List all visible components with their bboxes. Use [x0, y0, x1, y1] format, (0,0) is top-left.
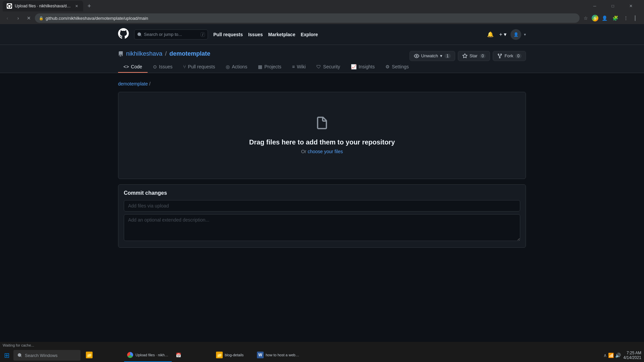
new-tab-button[interactable]: + [85, 1, 94, 11]
folder-icon: 📁 [216, 352, 223, 358]
tray-volume-icon[interactable]: 🔊 [615, 353, 621, 358]
taskbar-apps: 📁 Upload files · nikhil... 📅 📁 blog-deta… [83, 349, 302, 362]
security-icon: 🛡 [316, 64, 321, 69]
insights-icon: 📈 [351, 64, 357, 69]
code-icon: <> [123, 64, 129, 69]
tab-pull-requests[interactable]: ⑂ Pull requests [178, 61, 220, 73]
repo-header: nikhilkeshava / demotemplate Unwatch ▾ 1 [0, 45, 644, 73]
forward-button[interactable]: › [13, 13, 23, 23]
repo-actions: Unwatch ▾ 1 Star 0 Fork 0 [410, 51, 526, 61]
google-account-icon[interactable]: G [592, 15, 598, 21]
issues-icon: ⊙ [153, 64, 157, 69]
upload-subtitle: Or choose your files [301, 149, 343, 154]
tab-insights[interactable]: 📈 Insights [345, 61, 380, 73]
header-right: 🔔 + ▾ 👤 ▾ [486, 29, 526, 40]
marketplace-nav[interactable]: Marketplace [268, 32, 296, 37]
breadcrumb-separator: / [149, 81, 151, 86]
taskbar-file-explorer[interactable]: 📁 [83, 349, 123, 362]
projects-icon: ▦ [258, 64, 262, 69]
chrome-icon [127, 352, 133, 358]
start-button[interactable]: ⊞ [0, 349, 13, 362]
refresh-button[interactable]: ✕ [24, 13, 34, 23]
repo-tabs: <> Code ⊙ Issues ⑂ Pull requests ◎ Actio… [118, 61, 526, 73]
tray-up-icon[interactable]: ∧ [603, 353, 607, 358]
system-tray: ∧ 📶 🔊 7:25 AM 4/14/2021 [603, 351, 644, 360]
github-logo[interactable] [118, 28, 129, 41]
bookmark-button[interactable]: ☆ [581, 13, 590, 23]
browser-minimize-button[interactable]: ─ [587, 1, 602, 11]
breadcrumb-path: demotemplate / [118, 81, 526, 86]
lock-icon: 🔒 [39, 16, 44, 20]
address-bar[interactable]: 🔒 github.com/nikhilkeshava/demotemplate/… [35, 13, 580, 23]
browser-status-bar: Waiting for cache... [0, 342, 644, 349]
tab-title: Upload files · nikhilkeshava/dem... [15, 4, 71, 8]
browser-tab-active[interactable]: Upload files · nikhilkeshava/dem... ✕ [3, 1, 83, 11]
fork-button[interactable]: Fork 0 [493, 51, 526, 61]
browser-maximize-button[interactable]: □ [605, 1, 621, 11]
taskbar-chrome[interactable]: Upload files · nikhil... [124, 349, 172, 362]
clock-time: 7:25 AM [624, 351, 641, 355]
github-header: Search or jump to... / Pull requests Iss… [0, 24, 644, 45]
word-icon: W [257, 352, 264, 358]
create-button[interactable]: + ▾ [498, 30, 508, 39]
file-explorer-icon: 📁 [86, 352, 93, 358]
watch-button[interactable]: Unwatch ▾ 1 [410, 51, 455, 61]
tab-projects[interactable]: ▦ Projects [253, 61, 287, 73]
repo-breadcrumb: nikhilkeshava / demotemplate [118, 50, 210, 57]
issues-nav[interactable]: Issues [248, 32, 263, 37]
tray-network-icon[interactable]: 📶 [608, 353, 614, 358]
windows-search-placeholder: Search Windows [25, 353, 58, 358]
wiki-icon: ≡ [292, 64, 295, 69]
explore-nav[interactable]: Explore [301, 32, 318, 37]
star-button[interactable]: Star 0 [458, 51, 490, 61]
profile-button[interactable]: 👤 [600, 13, 609, 23]
sidebar-button[interactable]: ▏ [632, 13, 641, 23]
pr-icon: ⑂ [183, 64, 186, 69]
search-box[interactable]: Search or jump to... / [134, 29, 208, 40]
watch-count: 1 [444, 54, 451, 58]
tab-settings[interactable]: ⚙ Settings [380, 61, 414, 73]
taskbar-blog-label: blog-details [225, 353, 244, 357]
calendar-icon: 📅 [175, 352, 182, 358]
url-text: github.com/nikhilkeshava/demotemplate/up… [46, 16, 148, 21]
windows-search[interactable]: Search Windows [13, 350, 80, 361]
system-clock[interactable]: 7:25 AM 4/14/2021 [624, 351, 641, 360]
main-content: demotemplate / Drag files here to add th… [0, 73, 644, 256]
taskbar-chrome-label: Upload files · nikhil... [136, 353, 169, 357]
commit-description-input[interactable] [124, 214, 520, 241]
tray-icons: ∧ 📶 🔊 [603, 353, 621, 358]
windows-taskbar: ⊞ Search Windows 📁 Upload files · nikhil… [0, 349, 644, 362]
taskbar-word[interactable]: W how to host a webs... [254, 349, 302, 362]
repo-owner-link[interactable]: nikhilkeshava [126, 50, 162, 57]
star-count: 0 [480, 54, 486, 58]
slash-badge: / [201, 32, 205, 37]
commit-message-input[interactable] [124, 200, 520, 212]
tab-actions[interactable]: ◎ Actions [220, 61, 253, 73]
browser-close-button[interactable]: ✕ [623, 1, 639, 11]
user-avatar[interactable]: 👤 [511, 29, 521, 40]
status-text: Waiting for cache... [3, 343, 34, 347]
back-button[interactable]: ‹ [3, 13, 12, 23]
tab-close-button[interactable]: ✕ [74, 3, 79, 9]
repo-icon [118, 51, 123, 57]
taskbar-calendar[interactable]: 📅 [172, 349, 213, 362]
repo-header-inner: nikhilkeshava / demotemplate Unwatch ▾ 1 [118, 50, 526, 61]
taskbar-blog-details[interactable]: 📁 blog-details [213, 349, 254, 362]
choose-files-link[interactable]: choose your files [308, 149, 343, 154]
repo-separator: / [165, 50, 167, 57]
upload-area[interactable]: Drag files here to add them to your repo… [118, 92, 526, 179]
breadcrumb-repo-link[interactable]: demotemplate [118, 81, 148, 86]
fork-count: 0 [515, 54, 522, 58]
clock-date: 4/14/2021 [624, 355, 641, 360]
pull-requests-nav[interactable]: Pull requests [213, 32, 243, 37]
notifications-button[interactable]: 🔔 [486, 30, 495, 39]
tab-security[interactable]: 🛡 Security [311, 61, 345, 73]
extensions-button[interactable]: 🧩 [610, 13, 620, 23]
menu-button[interactable]: ⋮ [621, 13, 631, 23]
tab-wiki[interactable]: ≡ Wiki [287, 61, 311, 73]
repo-name-link[interactable]: demotemplate [169, 50, 210, 57]
tab-code[interactable]: <> Code [118, 61, 148, 73]
actions-icon: ◎ [226, 64, 230, 69]
commit-section: Commit changes [118, 184, 526, 248]
tab-issues[interactable]: ⊙ Issues [148, 61, 178, 73]
